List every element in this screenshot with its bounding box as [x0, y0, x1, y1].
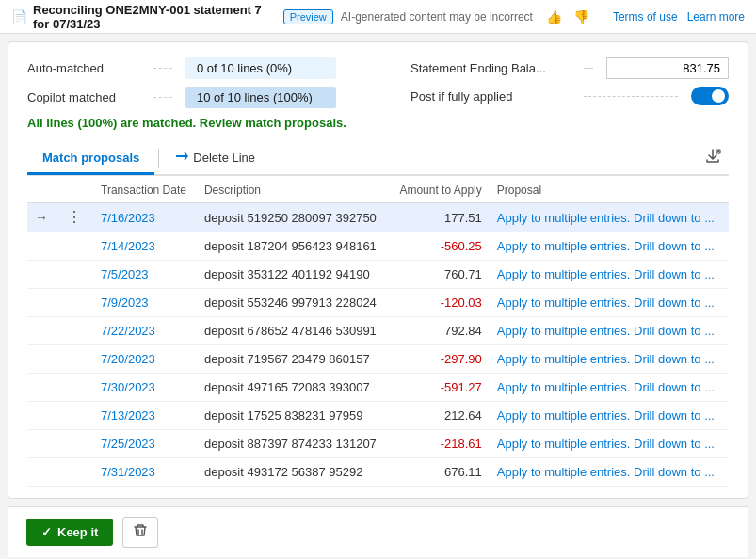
delete-line-label: Delete Line — [193, 151, 255, 165]
col-dots — [56, 176, 93, 203]
row-proposal[interactable]: Apply to multiple entries. Drill down to… — [490, 458, 729, 487]
row-menu-button[interactable]: ⋮ — [63, 210, 86, 225]
stats-wrapper: Auto-matched 0 of 10 lines (0%) Copilot … — [27, 57, 729, 108]
trash-button[interactable] — [122, 517, 158, 548]
delete-line-button[interactable]: Delete Line — [163, 141, 266, 174]
row-description: deposit 353122 401192 94190 — [197, 261, 390, 289]
thumbs-down-button[interactable]: 👎 — [570, 8, 593, 26]
date-link[interactable]: 7/14/2023 — [101, 239, 155, 253]
date-link[interactable]: 7/22/2023 — [101, 324, 155, 338]
row-description: deposit 887397 874233 131207 — [197, 430, 390, 458]
table-row: 7/9/2023 deposit 553246 997913 228024 -1… — [27, 289, 729, 317]
date-link[interactable]: 7/25/2023 — [101, 437, 155, 451]
date-link[interactable]: 7/31/2023 — [101, 465, 155, 479]
row-amount: 676.11 — [389, 458, 489, 487]
post-if-fully-toggle[interactable] — [691, 87, 729, 105]
tab-separator — [158, 149, 159, 168]
date-link[interactable]: 7/5/2023 — [101, 267, 149, 281]
statement-ending-input[interactable] — [606, 57, 729, 79]
row-description: deposit 17525 838231 97959 — [197, 402, 390, 430]
keep-it-label: Keep it — [57, 525, 98, 539]
row-amount: -297.90 — [389, 345, 489, 374]
row-proposal[interactable]: Apply to multiple entries. Drill down to… — [490, 317, 729, 345]
row-dots-cell[interactable] — [56, 430, 93, 458]
terms-of-use-button[interactable]: Terms of use — [613, 10, 678, 24]
row-proposal[interactable]: Apply to multiple entries. Drill down to… — [490, 261, 729, 289]
row-date[interactable]: 7/16/2023 — [93, 203, 197, 232]
row-description: deposit 497165 72083 393007 — [197, 374, 390, 402]
top-bar: 📄 Reconciling ONE2MNY-001 statement 7 fo… — [0, 0, 756, 34]
row-dots-cell[interactable] — [56, 289, 93, 317]
row-arrow — [27, 430, 56, 458]
copilot-matched-value: 10 of 10 lines (100%) — [185, 87, 336, 108]
date-link[interactable]: 7/9/2023 — [101, 295, 149, 310]
row-date[interactable]: 7/31/2023 — [93, 458, 197, 487]
toggle-slider — [691, 87, 729, 105]
row-date[interactable]: 7/20/2023 — [93, 345, 197, 374]
row-proposal[interactable]: Apply to multiple entries. Drill down to… — [490, 345, 729, 374]
learn-more-button[interactable]: Learn more — [687, 10, 745, 24]
row-proposal[interactable]: Apply to multiple entries. Drill down to… — [490, 430, 729, 458]
table-row: 7/22/2023 deposit 678652 478146 530991 7… — [27, 317, 729, 345]
date-link[interactable]: 7/20/2023 — [101, 352, 155, 366]
row-dots-cell[interactable] — [56, 261, 93, 289]
post-if-fully-stat: Post if fully applied — [410, 87, 729, 105]
col-proposal: Proposal — [490, 176, 729, 203]
row-dots-cell[interactable] — [56, 458, 93, 487]
row-amount: -560.25 — [389, 232, 489, 261]
dot-line-2 — [153, 97, 172, 98]
copilot-matched-stat: Copilot matched 10 of 10 lines (100%) — [27, 87, 336, 108]
delete-line-icon — [174, 149, 189, 167]
row-arrow — [27, 232, 56, 261]
date-link[interactable]: 7/16/2023 — [101, 211, 155, 225]
row-dots-cell[interactable] — [56, 374, 93, 402]
row-dots-cell[interactable]: ⋮ — [56, 203, 93, 232]
row-date[interactable]: 7/13/2023 — [93, 402, 197, 430]
row-dots-cell[interactable] — [56, 232, 93, 261]
auto-matched-value: 0 of 10 lines (0%) — [185, 57, 336, 79]
statement-ending-label: Statement Ending Bala... — [410, 61, 571, 75]
row-proposal[interactable]: Apply to multiple entries. Drill down to… — [490, 374, 729, 402]
page-title: Reconciling ONE2MNY-001 statement 7 for … — [33, 3, 278, 31]
table-row: 7/13/2023 deposit 17525 838231 97959 212… — [27, 402, 729, 430]
row-arrow — [27, 458, 56, 487]
date-link[interactable]: 7/30/2023 — [101, 380, 155, 394]
row-arrow — [27, 402, 56, 430]
doc-icon: 📄 — [11, 9, 27, 24]
row-date[interactable]: 7/14/2023 — [93, 232, 197, 261]
dot-line — [153, 68, 172, 69]
row-amount: 792.84 — [389, 317, 489, 345]
tab-match-proposals[interactable]: Match proposals — [27, 143, 154, 175]
row-description: deposit 678652 478146 530991 — [197, 317, 390, 345]
table-row: 7/5/2023 deposit 353122 401192 94190 760… — [27, 261, 729, 289]
keep-it-button[interactable]: ✓ Keep it — [26, 519, 113, 546]
tab-row: Match proposals Delete Line — [27, 141, 729, 176]
date-link[interactable]: 7/13/2023 — [101, 408, 155, 423]
row-proposal[interactable]: Apply to multiple entries. Drill down to… — [490, 203, 729, 232]
row-dots-cell[interactable] — [56, 317, 93, 345]
row-proposal[interactable]: Apply to multiple entries. Drill down to… — [490, 232, 729, 261]
export-button[interactable] — [697, 144, 729, 172]
row-proposal[interactable]: Apply to multiple entries. Drill down to… — [490, 289, 729, 317]
col-amount: Amount to Apply — [389, 176, 489, 203]
svg-rect-0 — [176, 155, 187, 157]
col-description: Description — [197, 176, 390, 203]
dot-line-4 — [584, 96, 678, 97]
row-date[interactable]: 7/9/2023 — [93, 289, 197, 317]
auto-matched-stat: Auto-matched 0 of 10 lines (0%) — [27, 57, 336, 79]
row-description: deposit 493172 56387 95292 — [197, 458, 390, 487]
row-date[interactable]: 7/22/2023 — [93, 317, 197, 345]
row-date[interactable]: 7/5/2023 — [93, 261, 197, 289]
row-proposal[interactable]: Apply to multiple entries. Drill down to… — [490, 402, 729, 430]
row-arrow — [27, 345, 56, 374]
row-arrow — [27, 317, 56, 345]
dot-line-3 — [584, 68, 593, 69]
row-date[interactable]: 7/30/2023 — [93, 374, 197, 402]
bottom-bar: ✓ Keep it — [8, 506, 748, 557]
row-dots-cell[interactable] — [56, 402, 93, 430]
row-date[interactable]: 7/25/2023 — [93, 430, 197, 458]
thumbs-up-button[interactable]: 👍 — [542, 8, 566, 26]
table-row: 7/31/2023 deposit 493172 56387 95292 676… — [27, 458, 729, 487]
row-dots-cell[interactable] — [56, 345, 93, 374]
table-body: → ⋮ 7/16/2023 deposit 519250 280097 3927… — [27, 203, 729, 487]
